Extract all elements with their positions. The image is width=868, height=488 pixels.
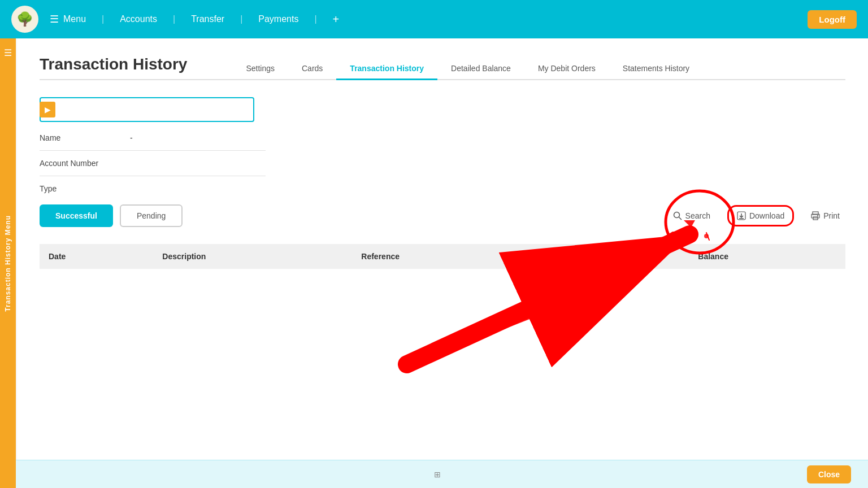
logo: 🌳 xyxy=(11,6,38,33)
tab-settings[interactable]: Settings xyxy=(232,58,288,80)
footer-icon: ⊞ xyxy=(434,470,441,479)
col-balance: Balance xyxy=(689,244,845,269)
col-date: Date xyxy=(40,244,153,269)
transaction-table: Date Description Reference Amount Balanc… xyxy=(40,244,845,269)
close-button[interactable]: Close xyxy=(807,465,851,483)
type-row: Type xyxy=(40,184,845,193)
logo-tree-icon: 🌳 xyxy=(16,11,33,27)
top-navigation: 🌳 ☰ Menu | Accounts | Transfer | Payment… xyxy=(0,0,868,38)
tab-detailed-balance[interactable]: Detailed Balance xyxy=(437,58,524,80)
form-area: ▶ Name - Account Number Type xyxy=(40,97,845,193)
payments-link[interactable]: Payments xyxy=(258,14,298,24)
account-input[interactable] xyxy=(40,97,254,122)
download-label: Download xyxy=(749,211,784,220)
svg-point-8 xyxy=(817,215,818,216)
tab-transaction-history[interactable]: Transaction History xyxy=(336,58,437,80)
main-content: Transaction History Settings Cards Trans… xyxy=(17,38,868,460)
menu-label: Menu xyxy=(63,14,86,24)
page-title: Transaction History xyxy=(40,55,187,79)
input-arrow-icon: ▶ xyxy=(40,102,55,117)
download-button[interactable]: Download xyxy=(727,205,794,226)
filter-section: Successful Pending Search Download xyxy=(40,204,845,227)
pending-button[interactable]: Pending xyxy=(120,204,183,227)
divider-3: | xyxy=(240,14,242,24)
logoff-button[interactable]: Logoff xyxy=(808,10,857,29)
search-label: Search xyxy=(685,211,710,220)
side-panel-text: Transaction History Menu xyxy=(4,215,12,312)
divider-4: | xyxy=(314,14,316,24)
print-icon xyxy=(811,211,820,220)
col-reference: Reference xyxy=(352,244,534,269)
search-icon xyxy=(673,211,682,220)
successful-button[interactable]: Successful xyxy=(40,204,113,227)
plus-button[interactable]: + xyxy=(333,13,340,26)
accounts-link[interactable]: Accounts xyxy=(120,14,157,24)
name-label: Name xyxy=(40,133,130,142)
side-panel: ☰ Transaction History Menu xyxy=(0,38,16,488)
tab-my-debit-orders[interactable]: My Debit Orders xyxy=(524,58,609,80)
type-label: Type xyxy=(40,184,130,193)
table-header-row: Date Description Reference Amount Balanc… xyxy=(40,244,845,269)
account-number-label: Account Number xyxy=(40,159,130,168)
account-number-row: Account Number xyxy=(40,159,845,168)
col-amount: Amount xyxy=(534,244,689,269)
divider-2: | xyxy=(173,14,175,24)
svg-line-1 xyxy=(679,217,682,220)
download-icon xyxy=(737,211,746,220)
divider-1: | xyxy=(102,14,104,24)
print-button[interactable]: Print xyxy=(805,208,845,224)
table-section: Date Description Reference Amount Balanc… xyxy=(40,244,845,269)
form-divider-1 xyxy=(40,150,266,151)
col-description: Description xyxy=(153,244,352,269)
form-divider-2 xyxy=(40,176,266,176)
transfer-link[interactable]: Transfer xyxy=(191,14,224,24)
sub-navigation: Transaction History Settings Cards Trans… xyxy=(40,55,845,80)
tab-cards[interactable]: Cards xyxy=(288,58,336,80)
svg-point-0 xyxy=(674,212,679,218)
side-panel-icon: ☰ xyxy=(4,47,12,58)
print-label: Print xyxy=(823,211,840,220)
name-row: Name - xyxy=(40,133,845,142)
hamburger-icon: ☰ xyxy=(50,13,59,25)
account-input-wrapper: ▶ xyxy=(40,97,254,122)
footer: ⊞ Close xyxy=(0,460,868,488)
menu-button[interactable]: ☰ Menu xyxy=(50,13,86,25)
action-buttons: Search Download xyxy=(667,205,845,226)
sub-nav-items: Settings Cards Transaction History Detai… xyxy=(232,58,703,79)
name-value: - xyxy=(130,133,133,142)
filter-buttons-left: Successful Pending xyxy=(40,204,183,227)
tab-statements-history[interactable]: Statements History xyxy=(609,58,703,80)
search-button[interactable]: Search xyxy=(667,208,716,224)
nav-left: 🌳 ☰ Menu | Accounts | Transfer | Payment… xyxy=(11,6,339,33)
